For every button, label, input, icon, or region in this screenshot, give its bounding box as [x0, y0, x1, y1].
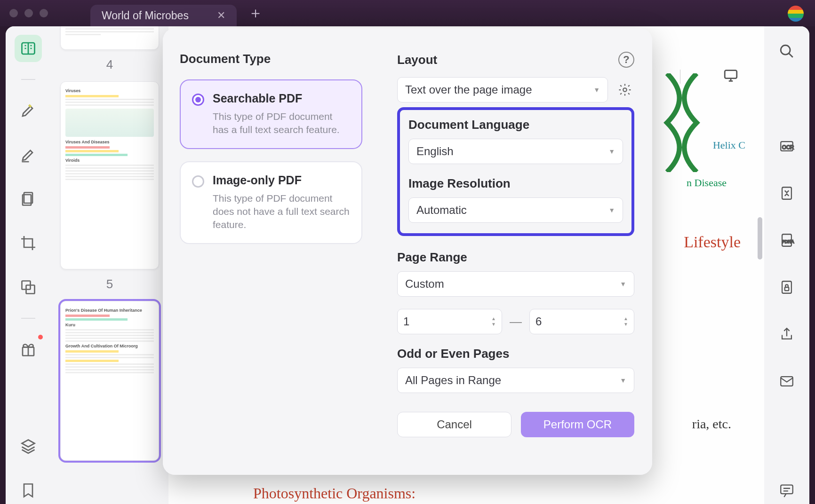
thumbnail-page-number: 4	[60, 57, 159, 72]
option-description: This type of PDF document has a full tex…	[213, 110, 350, 137]
add-tab-button[interactable]: ＋	[248, 3, 263, 24]
range-from-input[interactable]: 1 ▲▼	[397, 309, 502, 334]
cancel-button[interactable]: Cancel	[397, 412, 511, 437]
highlighter-tool-button[interactable]	[15, 97, 42, 124]
odd-even-select[interactable]: All Pages in Range ▼	[397, 368, 634, 393]
dialog-right-panel: Layout ? Text over the page image ▼ Docu…	[379, 28, 652, 475]
select-value: Text over the page image	[405, 83, 532, 96]
window-close-icon[interactable]	[9, 9, 18, 17]
pages-tool-button[interactable]	[15, 185, 42, 213]
layout-select[interactable]: Text over the page image ▼	[397, 77, 608, 102]
svg-point-17	[623, 88, 627, 92]
svg-text:OCR: OCR	[782, 144, 794, 150]
chevron-down-icon: ▼	[620, 377, 626, 384]
spinner-icon[interactable]: ▲▼	[491, 316, 496, 327]
select-value: Automatic	[416, 204, 467, 217]
svg-rect-14	[781, 377, 793, 386]
layout-title: Layout	[397, 53, 437, 67]
svg-point-6	[781, 45, 790, 55]
chevron-down-icon: ▼	[608, 206, 615, 214]
gift-button[interactable]	[15, 336, 42, 363]
thumbnail-page-number: 5	[60, 277, 159, 291]
layout-settings-button[interactable]	[615, 80, 634, 99]
convert-button[interactable]	[773, 180, 800, 207]
pdfa-button[interactable]: PDF/A	[773, 227, 800, 254]
thumbnail-panel[interactable]: 4 Viruses Viruses And Diseases Viroids 5…	[51, 26, 168, 504]
window-zoom-icon[interactable]	[40, 9, 48, 17]
option-image-only-pdf[interactable]: Image-only PDF This type of PDF document…	[180, 161, 362, 244]
protect-button[interactable]	[773, 274, 800, 301]
document-type-title: Document Type	[180, 52, 362, 66]
search-button[interactable]	[773, 38, 800, 65]
compare-tool-button[interactable]	[15, 274, 42, 301]
svg-rect-13	[785, 287, 789, 291]
range-to-input[interactable]: 6 ▲▼	[529, 309, 634, 334]
page-thumbnail[interactable]: Prion's Disease Of Human Inheritance Kur…	[60, 301, 159, 461]
handwritten-label: Helix C	[713, 139, 745, 151]
tab-document[interactable]: World of Microbes ✕	[90, 5, 237, 26]
dialog-button-row: Cancel Perform OCR	[397, 412, 634, 437]
share-button[interactable]	[773, 321, 800, 348]
edit-tool-button[interactable]	[15, 141, 42, 168]
handwritten-label: n Disease	[687, 177, 727, 189]
handwritten-heading: Photosynthetic Organisms:	[253, 485, 415, 502]
option-searchable-pdf[interactable]: Searchable PDF This type of PDF document…	[180, 79, 362, 149]
language-resolution-highlight: Document Language English ▼ Image Resolu…	[397, 107, 634, 236]
handwritten-label: ria, etc.	[692, 417, 731, 432]
page-thumbnail[interactable]	[60, 26, 159, 50]
close-tab-icon[interactable]: ✕	[217, 9, 225, 22]
input-value: 6	[535, 315, 542, 328]
handwritten-heading: Lifestyle	[684, 233, 741, 251]
select-value: English	[416, 145, 454, 158]
svg-rect-16	[725, 71, 737, 79]
radio-icon	[192, 94, 204, 106]
reader-mode-button[interactable]	[15, 35, 42, 62]
page-range-inputs: 1 ▲▼ — 6 ▲▼	[397, 309, 634, 334]
option-description: This type of PDF document does not have …	[213, 192, 350, 232]
titlebar: World of Microbes ✕ ＋	[0, 0, 815, 26]
ocr-button[interactable]: OCR	[773, 133, 800, 160]
input-value: 1	[403, 315, 409, 328]
chevron-down-icon: ▼	[608, 148, 615, 155]
app-logo-icon	[788, 6, 804, 22]
option-title: Searchable PDF	[213, 92, 350, 105]
layers-button[interactable]	[15, 433, 42, 460]
spinner-icon[interactable]: ▲▼	[623, 316, 628, 327]
dialog-left-panel: Document Type Searchable PDF This type o…	[163, 28, 379, 475]
mail-button[interactable]	[773, 368, 800, 395]
language-select[interactable]: English ▼	[408, 139, 623, 164]
radio-icon	[192, 175, 204, 188]
help-button[interactable]: ?	[618, 52, 634, 68]
crop-tool-button[interactable]	[15, 229, 42, 257]
left-tool-rail	[6, 26, 51, 504]
ocr-dialog: Document Type Searchable PDF This type o…	[163, 28, 652, 475]
page-range-title: Page Range	[397, 250, 634, 265]
perform-ocr-button[interactable]: Perform OCR	[521, 412, 634, 437]
select-value: All Pages in Range	[405, 374, 501, 387]
bookmark-button[interactable]	[15, 477, 42, 504]
document-language-title: Document Language	[408, 118, 623, 132]
odd-even-title: Odd or Even Pages	[397, 346, 634, 361]
present-icon[interactable]	[723, 68, 739, 86]
chevron-down-icon: ▼	[593, 86, 600, 94]
select-value: Custom	[405, 277, 444, 291]
svg-text:PDF/A: PDF/A	[782, 239, 794, 244]
page-thumbnail[interactable]: Viruses Viruses And Diseases Viroids	[60, 81, 159, 269]
range-dash: —	[510, 315, 522, 329]
scrollbar-vertical[interactable]	[758, 217, 762, 260]
helix-diagram-icon	[656, 73, 708, 172]
svg-rect-15	[781, 485, 793, 494]
image-resolution-title: Image Resolution	[408, 176, 623, 191]
tab-title: World of Microbes	[102, 9, 189, 22]
chevron-down-icon: ▼	[620, 280, 626, 288]
comment-button[interactable]	[773, 477, 800, 504]
window-minimize-icon[interactable]	[24, 9, 33, 17]
right-tool-rail: OCR PDF/A	[764, 26, 809, 504]
window-controls	[9, 9, 48, 17]
page-range-select[interactable]: Custom ▼	[397, 271, 634, 297]
option-title: Image-only PDF	[213, 173, 350, 187]
resolution-select[interactable]: Automatic ▼	[408, 197, 623, 223]
